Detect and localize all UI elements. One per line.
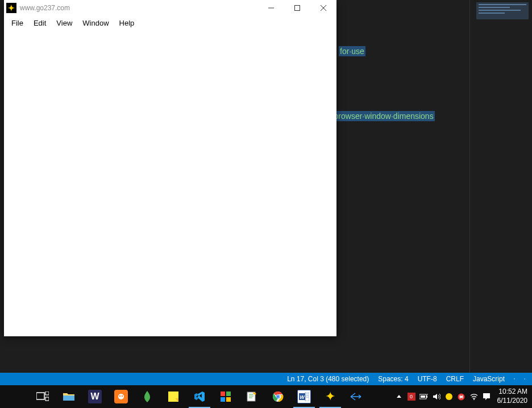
- tray-show-hidden-icon[interactable]: [393, 385, 405, 408]
- svg-point-9: [122, 395, 123, 397]
- svg-rect-4: [36, 393, 44, 399]
- close-button[interactable]: [310, 0, 336, 16]
- status-language[interactable]: JavaScript: [468, 373, 509, 385]
- code-text-fragment: et·browser·window·dimensions: [324, 112, 435, 121]
- window-title: www.go237.com: [20, 4, 70, 12]
- maximize-button[interactable]: [284, 0, 310, 16]
- svg-rect-31: [421, 395, 425, 398]
- menu-file[interactable]: File: [6, 17, 28, 29]
- status-cursor-position[interactable]: Ln 17, Col 3 (480 selected): [282, 373, 373, 385]
- taskbar-word-icon[interactable]: W: [291, 385, 317, 408]
- svg-rect-5: [45, 391, 49, 395]
- svg-rect-1: [295, 6, 300, 11]
- system-tray: 0 10:52 AM 6/11/2020: [393, 385, 532, 408]
- editor-scrollbar-area[interactable]: [469, 0, 532, 385]
- electron-app-window: ✦ www.go237.com File Edit View Window He…: [4, 0, 336, 336]
- svg-point-7: [118, 394, 124, 399]
- svg-rect-13: [221, 397, 225, 402]
- titlebar-left: ✦ www.go237.com: [4, 3, 70, 13]
- menubar: File Edit View Window Help: [4, 16, 336, 31]
- svg-rect-30: [426, 395, 427, 398]
- taskbar-app-icon[interactable]: [213, 385, 239, 408]
- taskbar-vscode-icon[interactable]: [186, 385, 213, 408]
- app-content-area: [4, 31, 336, 336]
- svg-point-37: [473, 399, 475, 400]
- svg-rect-6: [45, 397, 49, 401]
- taskbar-app-icon[interactable]: [343, 385, 369, 408]
- menu-help[interactable]: Help: [114, 17, 140, 29]
- menu-view[interactable]: View: [51, 17, 77, 29]
- svg-rect-12: [226, 391, 231, 396]
- editor-minimap[interactable]: [476, 2, 529, 19]
- tray-app-icon[interactable]: [443, 385, 455, 408]
- svg-rect-14: [226, 397, 231, 402]
- clock-date: 6/11/2020: [497, 397, 527, 406]
- taskbar-file-explorer-icon[interactable]: [56, 385, 82, 408]
- windows-taskbar: W W ✦: [0, 385, 532, 408]
- taskbar-ucbrowser-icon[interactable]: [108, 385, 134, 408]
- menu-window[interactable]: Window: [77, 17, 114, 29]
- app-icon: ✦: [6, 3, 16, 13]
- tray-battery-icon[interactable]: [418, 385, 430, 408]
- taskbar-pinned-apps: W W ✦: [30, 385, 369, 408]
- taskbar-stickynotes-icon[interactable]: [160, 385, 186, 408]
- svg-point-8: [119, 395, 120, 397]
- tray-app-icon[interactable]: 0: [405, 385, 418, 408]
- status-notifications-icon[interactable]: [519, 373, 530, 385]
- tray-volume-icon[interactable]: [430, 385, 443, 408]
- taskbar-taskview-icon[interactable]: [30, 385, 56, 408]
- tray-wifi-icon[interactable]: [468, 385, 480, 408]
- taskbar-app-icon[interactable]: W: [82, 385, 108, 408]
- status-feedback-icon[interactable]: [509, 373, 519, 385]
- taskbar-go237-icon[interactable]: ✦: [317, 385, 343, 408]
- svg-rect-25: [305, 392, 309, 401]
- vscode-statusbar: Ln 17, Col 3 (480 selected) Spaces: 4 UT…: [0, 373, 532, 385]
- taskbar-notepadpp-icon[interactable]: [239, 385, 265, 408]
- tray-security-icon[interactable]: [455, 385, 468, 408]
- taskbar-mongodb-icon[interactable]: [134, 385, 160, 408]
- clock-time: 10:52 AM: [497, 388, 527, 397]
- window-controls: [258, 0, 336, 16]
- svg-point-22: [277, 395, 280, 398]
- code-text-fragment: for·use: [339, 47, 365, 56]
- tray-action-center-icon[interactable]: [480, 385, 493, 408]
- svg-rect-11: [221, 391, 225, 396]
- status-indentation[interactable]: Spaces: 4: [373, 373, 413, 385]
- status-encoding[interactable]: UTF-8: [413, 373, 442, 385]
- taskbar-clock[interactable]: 10:52 AM 6/11/2020: [493, 388, 532, 405]
- minimize-button[interactable]: [258, 0, 284, 16]
- taskbar-chrome-icon[interactable]: [265, 385, 291, 408]
- status-eol[interactable]: CRLF: [442, 373, 468, 385]
- menu-edit[interactable]: Edit: [28, 17, 51, 29]
- window-titlebar[interactable]: ✦ www.go237.com: [4, 0, 336, 16]
